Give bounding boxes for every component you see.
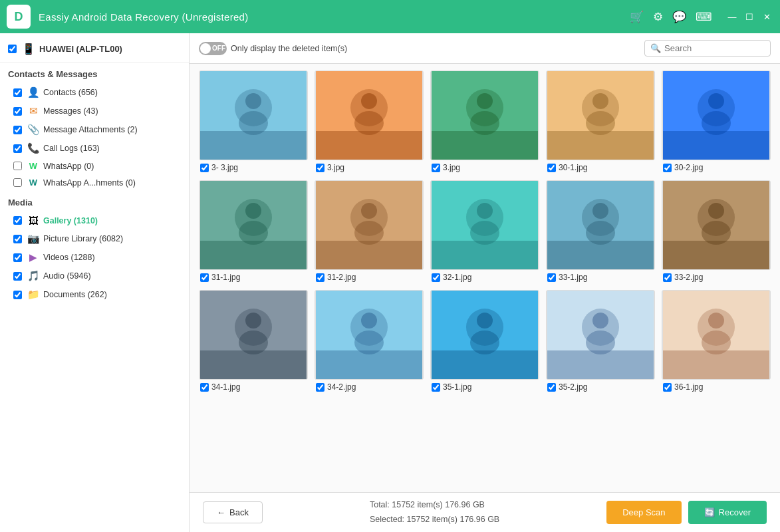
image-checkbox[interactable] (316, 273, 325, 282)
image-checkbox[interactable] (663, 164, 672, 172)
contacts-checkbox[interactable] (13, 88, 22, 97)
svg-point-28 (245, 203, 261, 219)
keyboard-icon[interactable]: ⌨ (696, 10, 712, 24)
svg-rect-26 (200, 241, 307, 270)
calllog-icon: 📞 (27, 142, 39, 154)
search-box[interactable]: 🔍 (644, 40, 771, 57)
svg-point-73 (708, 313, 724, 329)
close-button[interactable]: ✕ (760, 10, 773, 23)
svg-point-29 (239, 221, 268, 245)
image-checkbox[interactable] (200, 383, 209, 392)
settings-icon[interactable]: ⚙ (653, 10, 663, 24)
deep-scan-button[interactable]: Deep Scan (606, 501, 681, 524)
maximize-button[interactable]: ☐ (743, 10, 756, 23)
messages-icon: ✉ (27, 105, 39, 117)
svg-point-23 (708, 93, 724, 109)
chat-icon[interactable]: 💬 (672, 10, 686, 24)
image-item[interactable]: 35-2.jpg (546, 290, 655, 393)
sidebar-item-messages[interactable]: ✉ Messages (43) (0, 102, 189, 120)
image-item[interactable]: 33-2.jpg (662, 180, 771, 283)
sidebar-item-whatsapp[interactable]: W WhatsApp (0) (0, 158, 189, 174)
image-checkbox[interactable] (547, 383, 556, 392)
sidebar-item-documents[interactable]: 📁 Documents (262) (0, 285, 189, 304)
footer-selected: Selected: 15752 item(s) 176.96 GB (370, 513, 499, 527)
svg-point-69 (586, 331, 615, 354)
svg-point-19 (586, 111, 615, 135)
videos-checkbox[interactable] (13, 253, 22, 262)
sidebar-item-calllogs[interactable]: 📞 Call Logs (163) (0, 139, 189, 158)
sidebar-item-videos[interactable]: ▶ Videos (1288) (0, 248, 189, 267)
image-checkbox[interactable] (316, 383, 325, 392)
image-item[interactable]: 31-1.jpg (199, 180, 308, 283)
image-checkbox[interactable] (663, 273, 672, 282)
image-checkbox[interactable] (432, 273, 440, 282)
image-checkbox[interactable] (547, 273, 556, 282)
image-checkbox[interactable] (432, 383, 440, 392)
image-item[interactable]: 3- 3.jpg (199, 70, 308, 174)
svg-rect-16 (547, 131, 654, 160)
whatsapp-checkbox[interactable] (13, 162, 22, 170)
image-checkbox[interactable] (316, 164, 325, 172)
image-item[interactable]: 32-1.jpg (430, 180, 539, 283)
image-checkbox[interactable] (200, 273, 209, 282)
svg-rect-21 (663, 131, 769, 160)
messages-label: Messages (43) (43, 106, 98, 116)
search-input[interactable] (664, 43, 765, 53)
image-item[interactable]: 30-2.jpg (662, 70, 771, 174)
sidebar-item-contacts[interactable]: 👤 Contacts (656) (0, 83, 189, 102)
app-logo: D (7, 5, 31, 29)
cart-icon[interactable]: 🛒 (630, 10, 644, 24)
msg-attach-label: Message Attachments (2) (43, 125, 138, 134)
documents-checkbox[interactable] (13, 291, 22, 299)
msg-attach-checkbox[interactable] (13, 126, 22, 134)
sidebar-item-audio[interactable]: 🎵 Audio (5946) (0, 267, 189, 285)
image-checkbox[interactable] (200, 164, 209, 172)
sidebar-item-whatsapp-attach[interactable]: W WhatsApp A...hments (0) (0, 174, 189, 191)
calllogs-checkbox[interactable] (13, 144, 22, 153)
audio-checkbox[interactable] (13, 272, 22, 281)
picture-lib-checkbox[interactable] (13, 235, 22, 243)
device-row[interactable]: 📱 HUAWEI (ALP-TL00) (0, 33, 189, 63)
image-checkbox[interactable] (663, 383, 672, 392)
whatsapp-attach-checkbox[interactable] (13, 178, 22, 187)
toggle-track[interactable]: OFF (199, 42, 227, 55)
image-item[interactable]: 34-1.jpg (199, 290, 308, 393)
svg-point-34 (354, 221, 384, 245)
svg-rect-36 (432, 241, 538, 270)
search-icon: 🔍 (650, 43, 661, 53)
image-checkbox[interactable] (547, 164, 556, 172)
svg-point-54 (239, 331, 268, 354)
image-item[interactable]: 36-1.jpg (662, 290, 771, 393)
footer-buttons: Deep Scan 🔄 Recover (606, 501, 767, 524)
whatsapp-attach-icon: W (27, 178, 39, 188)
image-item[interactable]: 34-2.jpg (315, 290, 424, 393)
back-button[interactable]: ← Back (203, 501, 263, 523)
sidebar-item-picture-lib[interactable]: 📷 Picture Library (6082) (0, 229, 189, 248)
toggle-switch[interactable]: OFF Only display the deleted item(s) (199, 42, 347, 55)
svg-rect-31 (316, 241, 422, 270)
image-item[interactable]: 31-2.jpg (315, 180, 424, 283)
messages-checkbox[interactable] (13, 107, 22, 116)
recover-icon: 🔄 (704, 507, 715, 517)
recover-button[interactable]: 🔄 Recover (688, 501, 767, 524)
svg-rect-51 (200, 350, 307, 380)
image-item[interactable]: 3.jpg (315, 70, 424, 174)
image-label: 3.jpg (315, 160, 424, 174)
gallery-checkbox[interactable] (13, 216, 22, 225)
image-label: 33-1.jpg (546, 270, 655, 283)
footer-info: Total: 15752 item(s) 176.96 GB Selected:… (370, 498, 499, 527)
svg-point-18 (592, 93, 608, 109)
sidebar-item-msg-attach[interactable]: 📎 Message Attachments (2) (0, 120, 189, 139)
image-label: 34-1.jpg (199, 380, 308, 393)
image-item[interactable]: 30-1.jpg (546, 70, 655, 174)
svg-rect-71 (663, 350, 769, 380)
sidebar-item-gallery[interactable]: 🖼 Gallery (1310) (0, 211, 189, 229)
image-item[interactable]: 33-1.jpg (546, 180, 655, 283)
image-item[interactable]: 35-1.jpg (430, 290, 539, 393)
minimize-button[interactable]: — (725, 10, 739, 23)
image-item[interactable]: 3.jpg (430, 70, 539, 174)
section-header-media: Media (0, 191, 189, 211)
sidebar: 📱 HUAWEI (ALP-TL00) Contacts & Messages … (0, 33, 190, 532)
image-checkbox[interactable] (432, 164, 440, 172)
device-checkbox[interactable] (8, 45, 17, 53)
